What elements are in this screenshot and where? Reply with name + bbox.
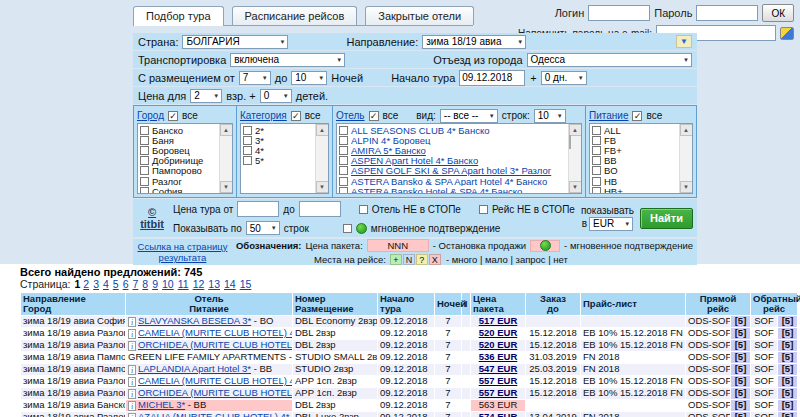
page-link[interactable]: 9 xyxy=(152,278,158,290)
expand-direction-button[interactable]: ▼ xyxy=(676,35,692,48)
direct-seats-cell[interactable]: [5] xyxy=(731,352,750,363)
hotel-item-checkbox[interactable] xyxy=(339,177,348,186)
hotel-link[interactable]: AZALIA (MURITE CLUB HOTEL) 4* xyxy=(138,412,290,417)
nights-from-select[interactable]: 7▼ xyxy=(239,71,271,85)
hotel-item-link[interactable]: ALPIN 4* Боровец xyxy=(351,135,430,145)
show-per-select[interactable]: 50▼ xyxy=(246,221,280,235)
hotel-item-checkbox[interactable] xyxy=(339,187,348,193)
city-item-checkbox[interactable] xyxy=(140,146,149,155)
col-nights[interactable]: Ночей xyxy=(435,293,461,315)
tab-tour-search[interactable]: Подбор тура xyxy=(133,6,224,26)
return-seats-cell[interactable]: [5] xyxy=(778,376,797,387)
hotel-info-icon[interactable]: i xyxy=(128,389,136,399)
adults-select[interactable]: 2▼ xyxy=(190,89,222,103)
category-item-checkbox[interactable] xyxy=(243,146,252,155)
page-link[interactable]: 3 xyxy=(93,278,99,290)
meal-item-checkbox[interactable] xyxy=(592,187,601,193)
price-link[interactable]: 536 EUR xyxy=(479,352,518,362)
city-item-checkbox[interactable] xyxy=(140,187,149,193)
return-seats-cell[interactable]: [5] xyxy=(778,340,797,351)
col-pricelist[interactable]: Прайс-лист xyxy=(581,293,685,315)
return-seats-cell[interactable]: [5] xyxy=(778,352,797,363)
category-item-checkbox[interactable] xyxy=(243,126,252,135)
direct-seats-cell[interactable]: [5] xyxy=(731,316,750,327)
transport-select[interactable]: включена▼ xyxy=(230,53,345,67)
meal-item-checkbox[interactable] xyxy=(592,146,601,155)
hotel-item-checkbox[interactable] xyxy=(339,126,348,135)
scroll-down-icon[interactable]: ▼ xyxy=(680,181,693,193)
meal-filter-link[interactable]: Питание xyxy=(589,110,628,121)
hotel-link[interactable]: MICHEL 3* xyxy=(138,400,185,410)
page-link[interactable]: 12 xyxy=(193,278,205,290)
hotel-item-checkbox[interactable] xyxy=(339,146,348,155)
price-link[interactable]: 557 EUR xyxy=(479,388,518,398)
category-item-checkbox[interactable] xyxy=(243,136,252,145)
titbit-link[interactable]: © titbit xyxy=(137,206,167,230)
hotel-not-stop-checkbox[interactable] xyxy=(359,205,368,214)
page-link[interactable]: 8 xyxy=(142,278,148,290)
login-input[interactable] xyxy=(588,5,650,21)
direction-select[interactable]: зима 18/19 авиа▼ xyxy=(422,35,526,49)
hotel-info-icon[interactable]: i xyxy=(128,365,136,375)
hotel-link[interactable]: SLAVYANSKA BESEDA 3* xyxy=(138,316,251,326)
scroll-up-icon[interactable]: ▲ xyxy=(316,124,329,136)
page-link[interactable]: 15 xyxy=(240,278,252,290)
price-link[interactable]: 547 EUR xyxy=(479,364,518,374)
hotel-link[interactable]: ORCHIDEA (MURITE CLUB HOTEL) 4* xyxy=(138,388,292,398)
city-filter-link[interactable]: Город xyxy=(137,110,164,121)
col-room[interactable]: НомерРазмещение xyxy=(293,293,377,315)
category-scrollbar[interactable]: ▲ ▼ xyxy=(315,124,328,193)
rows-select[interactable]: 10▼ xyxy=(534,109,566,123)
page-link[interactable]: 14 xyxy=(224,278,236,290)
meal-item-checkbox[interactable] xyxy=(592,156,601,165)
send-password-icon[interactable] xyxy=(780,27,794,40)
children-select[interactable]: 0▼ xyxy=(260,89,292,103)
scroll-thumb[interactable] xyxy=(569,135,571,149)
flight-not-stop-checkbox[interactable] xyxy=(479,205,488,214)
hotel-info-icon[interactable]: i xyxy=(128,341,136,351)
col-order[interactable]: Заказдо xyxy=(526,293,580,315)
search-button[interactable]: Найти xyxy=(640,208,693,229)
hotel-item-checkbox[interactable] xyxy=(339,156,348,165)
col-return-flight[interactable]: Обратныйрейс xyxy=(751,293,797,315)
hotel-info-icon[interactable]: i xyxy=(128,329,136,339)
hotel-item-link[interactable]: ASTERA Bansko & SPA Apart Hotel 4* Банск… xyxy=(351,176,547,186)
page-link[interactable]: 13 xyxy=(208,278,220,290)
direct-seats-cell[interactable]: [5] xyxy=(731,400,750,411)
return-seats-cell[interactable]: [5] xyxy=(778,412,797,417)
hotel-scrollbar[interactable]: ▲ ▼ xyxy=(568,124,581,193)
city-scrollbar[interactable]: ▲ ▼ xyxy=(219,124,232,193)
page-link[interactable]: 10 xyxy=(162,278,174,290)
price-link[interactable]: 557 EUR xyxy=(479,376,518,386)
result-page-link[interactable]: Ссылка на страницу результата xyxy=(137,241,228,263)
tab-flight-schedule[interactable]: Расписание рейсов xyxy=(232,6,358,25)
category-all-checkbox[interactable]: ✓ xyxy=(291,111,301,121)
scroll-up-icon[interactable]: ▲ xyxy=(220,124,233,136)
col-direct-flight[interactable]: Прямойрейс xyxy=(686,293,750,315)
instant-confirm-checkbox[interactable] xyxy=(343,224,352,233)
col-direction[interactable]: НаправлениеГород xyxy=(21,293,125,315)
direct-seats-cell[interactable]: [5] xyxy=(731,376,750,387)
nights-to-select[interactable]: 10▼ xyxy=(291,71,327,85)
plus-days-select[interactable]: 0 дн.▼ xyxy=(541,71,587,85)
page-link[interactable]: 2 xyxy=(83,278,89,290)
city-item-checkbox[interactable] xyxy=(140,136,149,145)
hotel-link[interactable]: LAPLANDIA Apart Hotel 3* xyxy=(138,364,251,374)
direct-seats-cell[interactable]: [5] xyxy=(731,340,750,351)
city-item-checkbox[interactable] xyxy=(140,177,149,186)
direct-seats-cell[interactable]: [5] xyxy=(731,364,750,375)
city-item-checkbox[interactable] xyxy=(140,156,149,165)
meal-item-checkbox[interactable] xyxy=(592,136,601,145)
hotel-info-icon[interactable]: i xyxy=(128,317,136,327)
page-link[interactable]: 6 xyxy=(123,278,129,290)
ok-button[interactable]: ОК xyxy=(762,4,794,22)
hotel-link[interactable]: CAMELIA (MURITE CLUB HOTEL) 4* xyxy=(138,376,292,386)
page-link[interactable]: 11 xyxy=(178,278,189,290)
hotel-item-link[interactable]: ASTERA Bansko Hotel & SPA 4* Банско xyxy=(351,186,522,193)
return-seats-cell[interactable]: [5] xyxy=(778,388,797,399)
city-item-checkbox[interactable] xyxy=(140,166,149,175)
price-link[interactable]: 517 EUR xyxy=(479,316,518,326)
col-hotel[interactable]: ОтельПитание xyxy=(126,293,292,315)
city-item-checkbox[interactable] xyxy=(140,126,149,135)
page-link[interactable]: 7 xyxy=(133,278,139,290)
